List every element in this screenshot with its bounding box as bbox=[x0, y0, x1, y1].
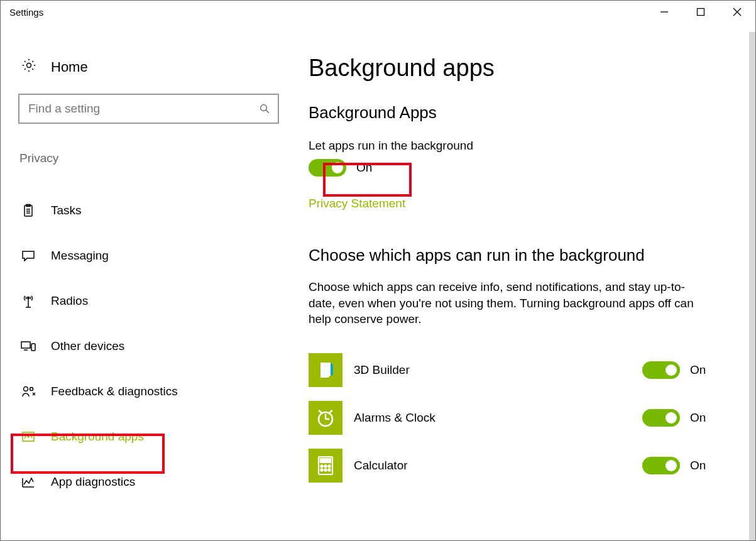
section-title-2: Choose which apps can run in the backgro… bbox=[309, 246, 730, 265]
search-box[interactable] bbox=[18, 94, 279, 124]
minimize-icon bbox=[660, 8, 669, 16]
window-body: Home Privacy Tasks Messaging bbox=[1, 23, 755, 540]
devices-icon bbox=[19, 339, 37, 354]
app-row-3d-builder: 3D Builder On bbox=[309, 346, 730, 394]
master-toggle-row: On bbox=[309, 159, 730, 177]
nav-list: Tasks Messaging Radios bbox=[18, 188, 278, 505]
app-toggle-state: On bbox=[690, 459, 706, 473]
close-button[interactable] bbox=[719, 1, 755, 23]
master-toggle-label: Let apps run in the background bbox=[309, 139, 730, 153]
maximize-icon bbox=[696, 8, 705, 16]
svg-point-33 bbox=[320, 469, 322, 471]
svg-rect-17 bbox=[31, 344, 35, 351]
search-input[interactable] bbox=[28, 102, 259, 116]
main-content: Background apps Background Apps Let apps… bbox=[296, 23, 755, 540]
minimize-button[interactable] bbox=[646, 1, 682, 23]
svg-point-19 bbox=[30, 388, 33, 391]
app-calculator-icon bbox=[309, 449, 342, 483]
svg-point-35 bbox=[328, 469, 330, 471]
svg-line-26 bbox=[319, 410, 322, 413]
svg-rect-15 bbox=[21, 342, 30, 348]
section-description: Choose which apps can receive info, send… bbox=[309, 279, 698, 327]
sidebar-item-feedback[interactable]: Feedback & diagnostics bbox=[18, 369, 278, 414]
app-3d-builder-icon bbox=[309, 353, 342, 387]
app-alarms-icon bbox=[309, 401, 342, 435]
sidebar-item-other-devices[interactable]: Other devices bbox=[18, 324, 278, 369]
sidebar-item-radios[interactable]: Radios bbox=[18, 278, 278, 324]
app-row-alarms: Alarms & Clock On bbox=[309, 394, 730, 442]
svg-line-27 bbox=[329, 410, 332, 413]
svg-point-30 bbox=[320, 465, 322, 467]
sidebar-item-label: App diagnostics bbox=[51, 475, 135, 489]
window-controls bbox=[646, 1, 755, 23]
home-label: Home bbox=[51, 59, 88, 75]
master-toggle[interactable] bbox=[309, 159, 346, 177]
app-label: Calculator bbox=[354, 459, 631, 473]
svg-point-34 bbox=[324, 469, 326, 471]
sidebar-item-label: Messaging bbox=[51, 249, 109, 263]
app-toggle-calculator[interactable] bbox=[642, 457, 680, 474]
settings-window: Settings Home Priv bbox=[0, 0, 756, 541]
svg-rect-1 bbox=[698, 9, 704, 16]
page-title: Background apps bbox=[309, 55, 730, 82]
svg-point-18 bbox=[24, 387, 28, 391]
app-toggle-state: On bbox=[690, 411, 706, 425]
gear-icon bbox=[21, 57, 37, 77]
clipboard-icon bbox=[19, 203, 37, 218]
radio-tower-icon bbox=[19, 293, 37, 309]
maximize-button[interactable] bbox=[682, 1, 719, 23]
sidebar-item-tasks[interactable]: Tasks bbox=[18, 188, 278, 233]
feedback-icon bbox=[19, 384, 37, 399]
diagnostics-icon bbox=[19, 474, 37, 489]
background-apps-icon bbox=[19, 429, 37, 444]
svg-point-31 bbox=[324, 465, 326, 467]
sidebar-item-label: Background apps bbox=[51, 430, 144, 444]
svg-point-5 bbox=[261, 105, 267, 111]
message-icon bbox=[19, 248, 37, 263]
app-toggle-3d-builder[interactable] bbox=[642, 361, 680, 379]
section-title: Background Apps bbox=[309, 103, 730, 123]
category-label: Privacy bbox=[19, 151, 278, 165]
privacy-statement-link[interactable]: Privacy Statement bbox=[309, 197, 405, 210]
svg-point-32 bbox=[328, 465, 330, 467]
home-button[interactable]: Home bbox=[18, 55, 278, 94]
svg-rect-29 bbox=[320, 459, 331, 462]
sidebar-item-label: Feedback & diagnostics bbox=[51, 385, 178, 398]
svg-point-13 bbox=[28, 297, 30, 299]
svg-point-4 bbox=[27, 63, 31, 68]
sidebar-item-label: Radios bbox=[51, 294, 88, 308]
window-title: Settings bbox=[9, 7, 43, 18]
sidebar-item-messaging[interactable]: Messaging bbox=[18, 233, 278, 278]
app-row-calculator: Calculator On bbox=[309, 442, 730, 489]
sidebar-item-label: Tasks bbox=[51, 204, 82, 217]
app-toggle-alarms[interactable] bbox=[642, 409, 680, 427]
sidebar: Home Privacy Tasks Messaging bbox=[1, 23, 296, 540]
scrollbar[interactable] bbox=[749, 32, 755, 540]
app-label: Alarms & Clock bbox=[354, 411, 631, 425]
search-icon bbox=[259, 103, 270, 114]
sidebar-item-background-apps[interactable]: Background apps bbox=[18, 414, 278, 459]
close-icon bbox=[733, 8, 742, 16]
app-label: 3D Builder bbox=[354, 363, 631, 377]
sidebar-item-app-diagnostics[interactable]: App diagnostics bbox=[18, 459, 278, 505]
svg-line-6 bbox=[266, 110, 269, 113]
app-toggle-state: On bbox=[690, 363, 706, 377]
master-toggle-state: On bbox=[356, 161, 372, 175]
titlebar: Settings bbox=[1, 1, 755, 23]
sidebar-item-label: Other devices bbox=[51, 339, 124, 353]
